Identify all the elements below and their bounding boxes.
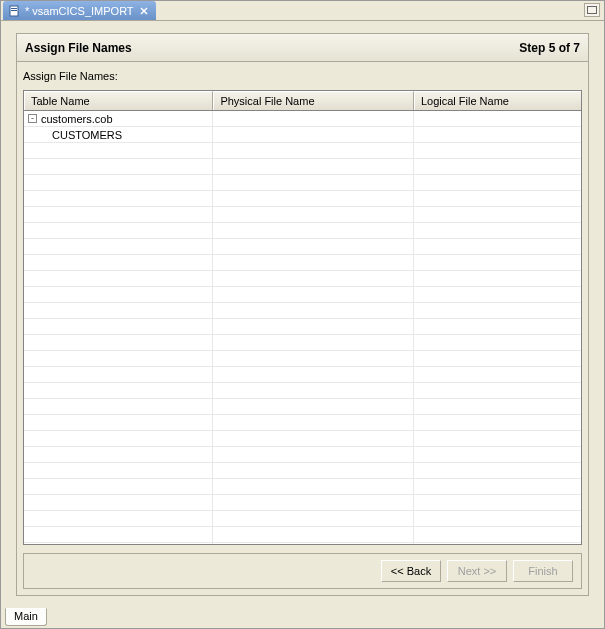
cell-logical-file[interactable] [414, 191, 581, 206]
cell-logical-file[interactable] [414, 127, 581, 142]
cell-table-name[interactable] [24, 431, 213, 446]
cell-physical-file[interactable] [213, 415, 414, 430]
cell-physical-file[interactable] [213, 191, 414, 206]
cell-logical-file[interactable] [414, 159, 581, 174]
close-icon[interactable] [138, 5, 150, 17]
cell-logical-file[interactable] [414, 287, 581, 302]
cell-logical-file[interactable] [414, 255, 581, 270]
cell-physical-file[interactable] [213, 159, 414, 174]
cell-table-name[interactable] [24, 495, 213, 510]
cell-table-name[interactable] [24, 271, 213, 286]
cell-table-name[interactable] [24, 287, 213, 302]
cell-physical-file[interactable] [213, 431, 414, 446]
cell-logical-file[interactable] [414, 479, 581, 494]
cell-physical-file[interactable] [213, 383, 414, 398]
back-button[interactable]: << Back [381, 560, 441, 582]
collapse-icon[interactable]: - [28, 114, 37, 123]
cell-table-name[interactable] [24, 143, 213, 158]
cell-table-name[interactable] [24, 335, 213, 350]
cell-physical-file[interactable] [213, 495, 414, 510]
cell-table-name[interactable] [24, 207, 213, 222]
cell-table-name[interactable] [24, 399, 213, 414]
cell-table-name[interactable] [24, 159, 213, 174]
cell-logical-file[interactable] [414, 143, 581, 158]
cell-table-name[interactable] [24, 239, 213, 254]
cell-logical-file[interactable] [414, 303, 581, 318]
cell-physical-file[interactable] [213, 511, 414, 526]
cell-table-name[interactable] [24, 527, 213, 542]
tree-node-label: customers.cob [41, 113, 113, 125]
cell-physical-file[interactable] [213, 367, 414, 382]
cell-physical-file[interactable] [213, 479, 414, 494]
cell-logical-file[interactable] [414, 447, 581, 462]
editor-tab-active[interactable]: * vsamCICS_IMPORT [3, 1, 156, 20]
cell-logical-file[interactable] [414, 335, 581, 350]
cell-physical-file[interactable] [213, 207, 414, 222]
cell-logical-file[interactable] [414, 495, 581, 510]
cell-table-name[interactable] [24, 367, 213, 382]
column-header-table-name[interactable]: Table Name [24, 91, 213, 110]
column-header-physical-file[interactable]: Physical File Name [213, 91, 414, 110]
tab-main[interactable]: Main [5, 608, 47, 626]
cell-physical-file[interactable] [213, 143, 414, 158]
cell-table-name[interactable] [24, 463, 213, 478]
cell-logical-file[interactable] [414, 207, 581, 222]
cell-physical-file[interactable] [213, 287, 414, 302]
cell-logical-file[interactable] [414, 223, 581, 238]
cell-physical-file[interactable] [213, 175, 414, 190]
cell-table-name[interactable] [24, 415, 213, 430]
table-row [24, 287, 581, 303]
table-row [24, 223, 581, 239]
cell-logical-file[interactable] [414, 175, 581, 190]
maximize-view-button[interactable] [584, 3, 600, 17]
cell-physical-file[interactable] [213, 111, 414, 126]
cell-logical-file[interactable] [414, 271, 581, 286]
next-button[interactable]: Next >> [447, 560, 507, 582]
cell-physical-file[interactable] [213, 351, 414, 366]
cell-logical-file[interactable] [414, 543, 581, 544]
cell-physical-file[interactable] [213, 255, 414, 270]
cell-table-name[interactable]: -customers.cob [24, 111, 213, 126]
cell-physical-file[interactable] [213, 239, 414, 254]
cell-table-name[interactable]: CUSTOMERS [24, 127, 213, 142]
cell-logical-file[interactable] [414, 511, 581, 526]
cell-logical-file[interactable] [414, 399, 581, 414]
cell-logical-file[interactable] [414, 431, 581, 446]
cell-physical-file[interactable] [213, 447, 414, 462]
cell-table-name[interactable] [24, 303, 213, 318]
cell-physical-file[interactable] [213, 223, 414, 238]
cell-logical-file[interactable] [414, 463, 581, 478]
cell-physical-file[interactable] [213, 543, 414, 544]
cell-logical-file[interactable] [414, 111, 581, 126]
cell-table-name[interactable] [24, 191, 213, 206]
cell-physical-file[interactable] [213, 319, 414, 334]
cell-logical-file[interactable] [414, 415, 581, 430]
cell-physical-file[interactable] [213, 335, 414, 350]
cell-logical-file[interactable] [414, 527, 581, 542]
cell-logical-file[interactable] [414, 319, 581, 334]
cell-table-name[interactable] [24, 175, 213, 190]
cell-table-name[interactable] [24, 447, 213, 462]
table-row[interactable]: -customers.cob [24, 111, 581, 127]
column-header-logical-file[interactable]: Logical File Name [414, 91, 581, 110]
cell-table-name[interactable] [24, 319, 213, 334]
cell-table-name[interactable] [24, 543, 213, 544]
cell-table-name[interactable] [24, 255, 213, 270]
cell-logical-file[interactable] [414, 367, 581, 382]
cell-table-name[interactable] [24, 223, 213, 238]
cell-physical-file[interactable] [213, 527, 414, 542]
cell-table-name[interactable] [24, 383, 213, 398]
cell-logical-file[interactable] [414, 239, 581, 254]
table-row[interactable]: CUSTOMERS [24, 127, 581, 143]
cell-physical-file[interactable] [213, 271, 414, 286]
cell-logical-file[interactable] [414, 351, 581, 366]
cell-table-name[interactable] [24, 511, 213, 526]
cell-physical-file[interactable] [213, 303, 414, 318]
cell-physical-file[interactable] [213, 463, 414, 478]
cell-physical-file[interactable] [213, 127, 414, 142]
cell-table-name[interactable] [24, 479, 213, 494]
finish-button[interactable]: Finish [513, 560, 573, 582]
cell-physical-file[interactable] [213, 399, 414, 414]
cell-logical-file[interactable] [414, 383, 581, 398]
cell-table-name[interactable] [24, 351, 213, 366]
